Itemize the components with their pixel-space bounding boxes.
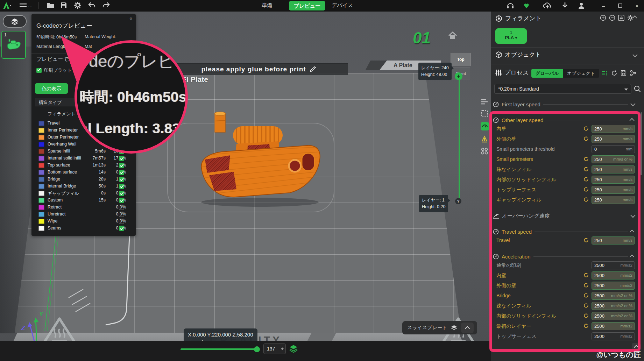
reset-icon[interactable]: [583, 197, 589, 202]
param-input[interactable]: 250mm/s: [592, 125, 635, 133]
param-input[interactable]: 2500mm/s2: [592, 322, 635, 330]
param-input[interactable]: 250mm/s: [592, 135, 635, 143]
param-input[interactable]: 250mm/s or %: [592, 155, 635, 163]
section-header[interactable]: Other layer speed: [493, 116, 638, 124]
param-input[interactable]: 250mm/s: [592, 165, 635, 174]
health-heart-icon[interactable]: [523, 2, 531, 9]
param-input[interactable]: 250mm/s: [592, 186, 635, 194]
category-support-icon[interactable]: [481, 135, 490, 143]
legend-color-swatch[interactable]: [38, 191, 44, 196]
reset-icon[interactable]: [583, 283, 589, 288]
sync-filament-icon[interactable]: [618, 15, 624, 21]
color-scheme-button[interactable]: 色の表示: [35, 83, 68, 94]
legend-color-swatch[interactable]: [38, 142, 44, 147]
chevron-down-icon[interactable]: [630, 101, 635, 106]
section-header[interactable]: オーバーハング速度: [493, 212, 638, 220]
param-input[interactable]: 2500mm/s2: [592, 282, 635, 290]
reset-icon[interactable]: [583, 272, 589, 278]
chevron-down-icon[interactable]: [630, 213, 635, 218]
legend-color-swatch[interactable]: [38, 170, 44, 175]
filament-slot-button[interactable]: 1 PLA ▾: [495, 28, 527, 44]
window-close-button[interactable]: ×: [631, 0, 643, 12]
legend-color-swatch[interactable]: [38, 226, 44, 231]
reset-icon[interactable]: [583, 323, 589, 328]
redo-icon[interactable]: [102, 2, 111, 9]
legend-color-swatch[interactable]: [38, 212, 44, 217]
reset-icon[interactable]: [583, 187, 589, 192]
chevron-up-icon[interactable]: [630, 254, 635, 259]
legend-checkbox[interactable]: [119, 219, 124, 224]
param-input[interactable]: 2500mm/s2: [592, 261, 635, 269]
param-input[interactable]: 250mm/s: [592, 236, 635, 245]
add-filament-icon[interactable]: [600, 15, 606, 21]
legend-checkbox[interactable]: [119, 163, 124, 168]
category-speed-icon[interactable]: [481, 122, 490, 130]
layer-slider-track[interactable]: [459, 79, 460, 202]
help-badge[interactable]: ?: [455, 198, 461, 204]
legend-color-swatch[interactable]: [38, 163, 44, 168]
param-scroll-area[interactable]: First layer speedOther layer speed内壁250m…: [493, 99, 640, 344]
platform-checkbox-row[interactable]: 印刷プラットフ: [36, 67, 77, 73]
legend-color-swatch[interactable]: [38, 128, 44, 133]
param-input[interactable]: 2500mm/s2 or %: [592, 292, 635, 300]
scrollbar[interactable]: [641, 112, 642, 175]
settings-gear-icon[interactable]: [74, 2, 83, 9]
tab-global[interactable]: グローバル: [531, 69, 563, 78]
legend-checkbox[interactable]: [119, 177, 124, 182]
tab-preview[interactable]: プレビュー: [289, 1, 325, 10]
support-headset-icon[interactable]: [507, 2, 515, 9]
legend-checkbox[interactable]: [119, 156, 124, 161]
slice-options-chevron[interactable]: [461, 323, 474, 333]
chevron-up-icon[interactable]: [630, 118, 635, 123]
object-collapse-icon[interactable]: [632, 52, 637, 57]
reset-icon[interactable]: [583, 293, 589, 298]
category-strength-icon[interactable]: [481, 110, 490, 118]
app-logo-icon[interactable]: [2, 2, 10, 9]
panel-collapse-icon[interactable]: «: [129, 15, 132, 21]
reset-preset-icon[interactable]: [611, 70, 617, 76]
layer-slider-thumb[interactable]: +: [455, 72, 462, 80]
compare-preset-icon[interactable]: [630, 70, 636, 76]
param-input[interactable]: 2500mm/s2 or %: [592, 302, 635, 310]
reset-icon[interactable]: [583, 313, 589, 318]
main-menu-icon[interactable]: ···: [20, 2, 28, 9]
platform-checkbox[interactable]: [36, 68, 42, 73]
param-input[interactable]: 2500mm/s2: [592, 271, 635, 279]
tab-device[interactable]: デバイス: [332, 2, 353, 9]
param-input[interactable]: 2500mm/s2: [592, 332, 635, 340]
legend-checkbox[interactable]: [119, 170, 124, 175]
legend-color-swatch[interactable]: [38, 177, 44, 182]
reset-icon[interactable]: [583, 136, 589, 141]
param-input[interactable]: 0mm: [592, 145, 635, 153]
param-input[interactable]: 2500mm/s2 or %: [592, 312, 635, 320]
legend-checkbox[interactable]: [119, 205, 124, 210]
preset-dropdown[interactable]: *0.20mm Standard: [494, 84, 631, 94]
step-value-input[interactable]: 137: [263, 344, 286, 354]
chevron-up-icon[interactable]: [630, 229, 635, 234]
cloud-upload-icon[interactable]: [543, 2, 551, 9]
reset-icon[interactable]: [583, 167, 589, 172]
param-list-icon[interactable]: [601, 70, 608, 76]
window-maximize-button[interactable]: [614, 0, 626, 12]
legend-checkbox[interactable]: [119, 184, 124, 189]
plate-list-toggle-button[interactable]: [3, 15, 27, 28]
legend-color-swatch[interactable]: [38, 135, 44, 140]
param-input[interactable]: 250mm/s: [592, 176, 635, 184]
spinner-down-icon[interactable]: [281, 348, 284, 352]
user-account-icon[interactable]: [578, 2, 586, 9]
reset-icon[interactable]: [583, 156, 589, 162]
open-file-icon[interactable]: [46, 2, 55, 9]
section-header[interactable]: First layer speed: [493, 100, 638, 108]
section-header[interactable]: Acceleration: [493, 252, 638, 261]
search-icon[interactable]: [634, 85, 641, 93]
legend-color-swatch[interactable]: [38, 156, 44, 161]
legend-color-swatch[interactable]: [38, 198, 44, 203]
param-input[interactable]: 250mm/s: [592, 196, 635, 204]
step-slider-track[interactable]: [181, 348, 259, 350]
legend-color-swatch[interactable]: [38, 149, 44, 154]
legend-color-swatch[interactable]: [38, 121, 44, 126]
reset-icon[interactable]: [583, 303, 589, 308]
window-minimize-button[interactable]: –: [597, 0, 609, 12]
tab-object[interactable]: オブジェクト: [563, 69, 599, 78]
save-preset-icon[interactable]: [621, 70, 627, 76]
